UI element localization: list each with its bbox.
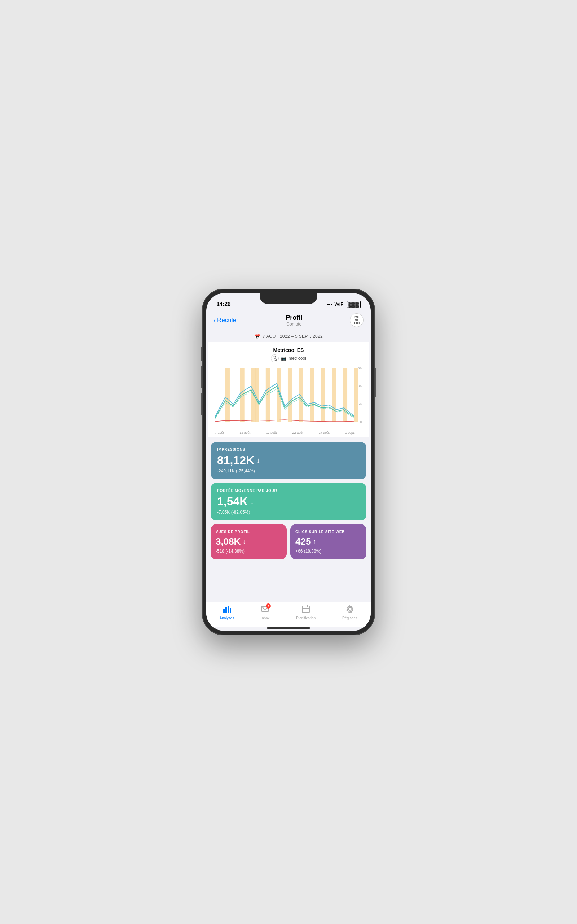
svg-rect-20 [230, 608, 231, 613]
instagram-icon: 📷 [281, 356, 286, 361]
impressions-change: -249,11K (-75,44%) [217, 468, 360, 473]
chart-container: Metricool ES metricool 📷 metricool 15K 1… [208, 342, 369, 438]
planification-icon [301, 605, 310, 615]
volume-down-button [200, 393, 202, 415]
inbox-icon: ! [261, 605, 269, 615]
chart-x-label-1: 7 août [215, 431, 224, 435]
battery-icon: ▓▓▓ [347, 301, 361, 308]
svg-point-26 [348, 607, 351, 611]
chart-area: 15K 10K 5K 0 [211, 365, 366, 430]
clock: 14:26 [216, 301, 230, 307]
portee-trend-icon: ↓ [250, 497, 254, 506]
volume-up-button [200, 366, 202, 388]
tab-analyses[interactable]: Analyses [220, 605, 234, 620]
tab-bar: Analyses ! Inbox [206, 602, 371, 627]
phone-frame: 14:26 ▪▪▪ WiFi ▓▓▓ ‹ Reculer Profil Comp… [202, 289, 375, 635]
planification-tab-label: Planification [296, 616, 316, 620]
inbox-badge: ! [266, 604, 271, 609]
clics-card: CLICS SUR LE SITE WEB 425 ↑ +66 (18,38%) [290, 524, 366, 559]
chart-svg: 15K 10K 5K 0 [211, 365, 366, 430]
vues-card: VUES DE PROFIL 3,08K ↓ -518 (-14,38%) [211, 524, 287, 559]
chart-title: Metricool ES [211, 347, 366, 353]
portee-label: PORTÉE MOYENNE PAR JOUR [217, 489, 360, 493]
vues-trend-icon: ↓ [242, 538, 246, 545]
clics-trend-icon: ↑ [313, 538, 316, 545]
page-subtitle: Compte [285, 321, 302, 327]
inbox-tab-label: Inbox [261, 616, 269, 620]
chart-x-label-2: 12 août [239, 431, 250, 435]
svg-text:5K: 5K [358, 402, 362, 406]
portee-card: PORTÉE MOYENNE PAR JOUR 1,54K ↓ -7,05K (… [211, 483, 366, 520]
analyses-tab-label: Analyses [220, 616, 234, 620]
svg-rect-4 [226, 368, 230, 422]
clics-change: +66 (18,38%) [295, 549, 361, 554]
vues-value: 3,08K ↓ [216, 536, 282, 547]
signal-icon: ▪▪▪ [327, 301, 332, 307]
notch [259, 293, 318, 304]
svg-rect-12 [310, 368, 314, 422]
phone-screen: 14:26 ▪▪▪ WiFi ▓▓▓ ‹ Reculer Profil Comp… [206, 293, 371, 631]
date-range-text: 7 AOÛT 2022 – 5 SEPT. 2022 [263, 334, 323, 339]
analyses-icon [222, 605, 231, 615]
chart-x-label-3: 17 août [266, 431, 277, 435]
power-button [375, 368, 377, 397]
chart-account: metricool 📷 metricool [211, 354, 366, 362]
portee-value: 1,54K ↓ [217, 495, 360, 508]
nav-bar: ‹ Reculer Profil Compte metricool [206, 310, 371, 331]
back-label[interactable]: Reculer [217, 317, 239, 324]
svg-text:0: 0 [360, 420, 362, 424]
impressions-label: IMPRESSIONS [217, 447, 360, 452]
avatar[interactable]: metricool [350, 313, 364, 327]
nav-title-group: Profil Compte [285, 314, 302, 327]
date-range-bar[interactable]: 📅 7 AOÛT 2022 – 5 SEPT. 2022 [206, 331, 371, 342]
chart-account-name: metricool [288, 356, 306, 361]
metrics-scroll: IMPRESSIONS 81,12K ↓ -249,11K (-75,44%) … [206, 438, 371, 602]
svg-rect-17 [223, 609, 225, 613]
vues-label: VUES DE PROFIL [216, 530, 282, 534]
impressions-value: 81,12K ↓ [217, 454, 360, 467]
metricool-badge-icon: metricool [271, 354, 279, 362]
chart-x-label-6: 1 sept. [345, 431, 355, 435]
chart-x-label-4: 22 août [292, 431, 303, 435]
chart-x-labels: 7 août 12 août 17 août 22 août 27 août 1… [211, 430, 366, 435]
calendar-icon: 📅 [254, 333, 260, 339]
tab-reglages[interactable]: Réglages [342, 605, 357, 620]
page-title: Profil [285, 314, 302, 321]
svg-rect-22 [302, 606, 309, 612]
wifi-icon: WiFi [335, 301, 345, 307]
home-bar [267, 627, 310, 629]
impressions-trend-icon: ↓ [256, 456, 260, 465]
portee-change: -7,05K (-82,05%) [217, 510, 360, 515]
chevron-left-icon: ‹ [213, 317, 216, 324]
home-indicator [206, 627, 371, 631]
chart-x-label-5: 27 août [319, 431, 330, 435]
svg-rect-11 [299, 368, 303, 422]
svg-rect-15 [343, 368, 347, 422]
svg-rect-19 [227, 606, 229, 613]
reglages-icon [345, 605, 354, 615]
svg-rect-13 [321, 368, 325, 422]
tab-planification[interactable]: Planification [296, 605, 316, 620]
tab-inbox[interactable]: ! Inbox [261, 605, 269, 620]
status-icons: ▪▪▪ WiFi ▓▓▓ [327, 301, 361, 308]
clics-label: CLICS SUR LE SITE WEB [295, 530, 361, 534]
chart-header: Metricool ES metricool 📷 metricool [211, 347, 366, 362]
clics-value: 425 ↑ [295, 536, 361, 547]
reglages-tab-label: Réglages [342, 616, 357, 620]
impressions-card: IMPRESSIONS 81,12K ↓ -249,11K (-75,44%) [211, 442, 366, 479]
bottom-metrics-row: VUES DE PROFIL 3,08K ↓ -518 (-14,38%) CL… [211, 524, 366, 559]
volume-mute-button [200, 347, 202, 361]
svg-rect-18 [226, 607, 227, 613]
back-button[interactable]: ‹ Reculer [213, 317, 239, 324]
svg-rect-10 [288, 368, 292, 422]
vues-change: -518 (-14,38%) [216, 549, 282, 554]
svg-rect-16 [354, 368, 358, 422]
svg-rect-14 [332, 368, 336, 422]
